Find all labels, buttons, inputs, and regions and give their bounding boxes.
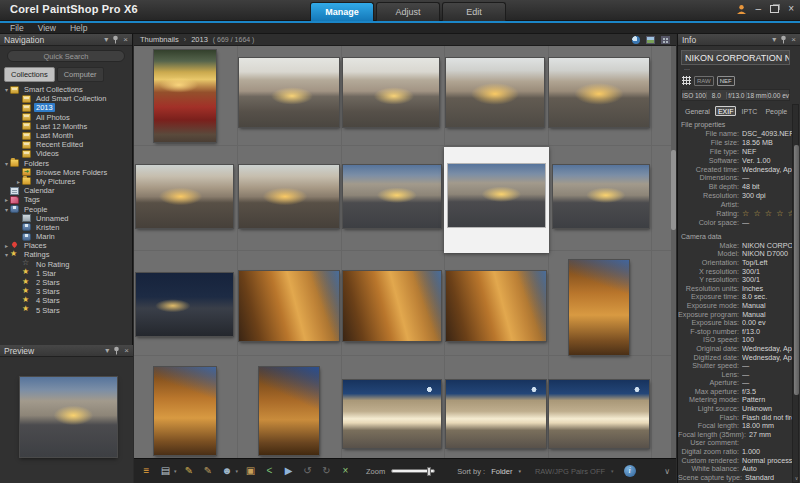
tree-item-marin[interactable]: Marin: [0, 232, 132, 241]
menu-view[interactable]: View: [38, 23, 56, 33]
thumbnail[interactable]: [154, 367, 216, 455]
rotate-left-icon[interactable]: ↺: [301, 464, 314, 478]
tree-item-unnamed[interactable]: Unnamed: [0, 214, 132, 223]
chevron-down-icon[interactable]: ▾: [518, 468, 521, 474]
collapse-toolbar-icon[interactable]: ∨: [664, 467, 670, 476]
menu-file[interactable]: File: [10, 23, 24, 33]
thumbnail[interactable]: [154, 50, 216, 142]
grid-view-icon[interactable]: [661, 36, 670, 44]
panel-menu-icon[interactable]: ▾: [105, 346, 109, 356]
expander-closed-icon[interactable]: ▸: [15, 178, 22, 185]
preview-mode-icon[interactable]: ▤: [159, 464, 172, 478]
slideshow-icon[interactable]: ▶: [282, 464, 295, 478]
tree-item-people[interactable]: ▾People: [0, 204, 132, 213]
thumbnail[interactable]: [259, 367, 319, 455]
thumbnail[interactable]: [239, 165, 339, 228]
thumbnail[interactable]: [446, 58, 544, 127]
pin-icon[interactable]: [113, 346, 120, 355]
tab-manage[interactable]: Manage: [310, 2, 374, 21]
tree-item-calendar[interactable]: Calendar: [0, 186, 132, 195]
tree-item-places[interactable]: ▸Places: [0, 241, 132, 250]
tree-item-2-stars[interactable]: 2 Stars: [0, 278, 132, 287]
search-input[interactable]: [7, 50, 125, 62]
tree-item-3-stars[interactable]: 3 Stars: [0, 287, 132, 296]
info-tab-iptc[interactable]: IPTC: [738, 106, 760, 116]
preview-image[interactable]: [20, 377, 117, 457]
tree-item-all-photos[interactable]: All Photos: [0, 113, 132, 122]
expander-open-icon[interactable]: ▾: [3, 251, 10, 258]
pin-icon[interactable]: [112, 35, 119, 44]
tree-item-smart-collections[interactable]: ▾Smart Collections: [0, 85, 132, 94]
thumbnail-selected[interactable]: [444, 147, 549, 253]
tree-item-browse-more-folders[interactable]: Browse More Folders: [0, 168, 132, 177]
thumbnail[interactable]: [553, 165, 649, 228]
tree-item-5-stars[interactable]: 5 Stars: [0, 306, 132, 315]
tree-item-my-pictures[interactable]: ▸My Pictures: [0, 177, 132, 186]
thumbnail[interactable]: [446, 380, 546, 448]
expander-closed-icon[interactable]: ▸: [3, 242, 10, 249]
tree-item-4-stars[interactable]: 4 Stars: [0, 296, 132, 305]
thumbnail[interactable]: [343, 58, 439, 127]
close-icon[interactable]: ×: [124, 346, 129, 356]
info-tab-general[interactable]: General: [682, 106, 713, 116]
minimize-icon[interactable]: –: [756, 3, 762, 15]
tab-adjust[interactable]: Adjust: [376, 2, 440, 21]
expander-open-icon[interactable]: ▾: [3, 86, 10, 93]
close-icon[interactable]: ×: [788, 3, 794, 15]
info-scroll-thumb[interactable]: [794, 145, 799, 395]
tree-item-add-smart-collection[interactable]: Add Smart Collection: [0, 94, 132, 103]
sort-by-dropdown[interactable]: Folder: [491, 467, 512, 476]
expander-open-icon[interactable]: ▾: [3, 160, 10, 167]
zoom-slider[interactable]: [391, 469, 435, 473]
grid-icon[interactable]: [682, 76, 691, 85]
info-tab-people[interactable]: People: [762, 106, 790, 116]
thumbnail[interactable]: [239, 58, 339, 127]
raw-jpg-pairs-dropdown[interactable]: RAW/JPG Pairs OFF: [535, 467, 605, 476]
close-icon[interactable]: ×: [791, 35, 796, 45]
tab-collections[interactable]: Collections: [4, 67, 55, 82]
pen-tag-icon[interactable]: ✎: [183, 464, 196, 478]
rating-stars[interactable]: ☆ ☆ ☆ ☆ ☆: [742, 210, 793, 219]
info-tab-exif[interactable]: EXIF: [715, 106, 737, 116]
map-mode-icon[interactable]: [632, 36, 640, 44]
menu-help[interactable]: Help: [70, 23, 87, 33]
chevron-down-icon[interactable]: ▾: [236, 468, 239, 474]
panel-menu-icon[interactable]: ▾: [104, 35, 108, 45]
image-folder-icon[interactable]: ▣: [244, 464, 257, 478]
tree-item-last-12-months[interactable]: Last 12 Months: [0, 122, 132, 131]
close-icon[interactable]: ×: [123, 35, 128, 45]
thumbnail[interactable]: [239, 271, 339, 341]
people-tag-icon[interactable]: ☻: [221, 464, 234, 478]
thumbnail[interactable]: [343, 165, 441, 228]
expander-open-icon[interactable]: ▾: [3, 206, 10, 213]
thumbnail[interactable]: [569, 260, 629, 355]
tree-item-1-star[interactable]: 1 Star: [0, 269, 132, 278]
grid-scrollbar[interactable]: [671, 46, 676, 458]
tree-item-ratings[interactable]: ▾Ratings: [0, 250, 132, 259]
thumbnail[interactable]: [446, 271, 546, 341]
sign-in-icon[interactable]: [736, 4, 747, 15]
tree-item-folders[interactable]: ▾Folders: [0, 159, 132, 168]
info-toggle-icon[interactable]: i: [624, 465, 636, 477]
scroll-down-icon[interactable]: ∨: [793, 475, 800, 481]
zoom-slider-thumb[interactable]: [427, 467, 431, 476]
tab-computer[interactable]: Computer: [57, 67, 104, 82]
tab-edit[interactable]: Edit: [442, 2, 506, 21]
thumbnail-image[interactable]: [448, 164, 545, 227]
expander-closed-icon[interactable]: ▸: [3, 196, 10, 203]
tree-item-videos[interactable]: Videos: [0, 149, 132, 158]
thumbnail[interactable]: [343, 271, 441, 341]
breadcrumb-folder[interactable]: 2013: [191, 35, 208, 44]
brush-tag-icon[interactable]: ✎: [202, 464, 215, 478]
delete-icon[interactable]: ×: [339, 464, 352, 478]
tree-item-kristen[interactable]: Kristen: [0, 223, 132, 232]
rotate-right-icon[interactable]: ↻: [320, 464, 333, 478]
breadcrumb-root[interactable]: Thumbnails: [140, 35, 179, 44]
thumbnail[interactable]: [136, 273, 233, 336]
tree-item-tags[interactable]: ▸Tags: [0, 195, 132, 204]
tree-item-last-month[interactable]: Last Month: [0, 131, 132, 140]
grid-scroll-thumb[interactable]: [671, 150, 676, 230]
restore-icon[interactable]: [770, 5, 779, 13]
share-icon[interactable]: <: [263, 464, 276, 478]
image-preview-icon[interactable]: [646, 36, 655, 44]
